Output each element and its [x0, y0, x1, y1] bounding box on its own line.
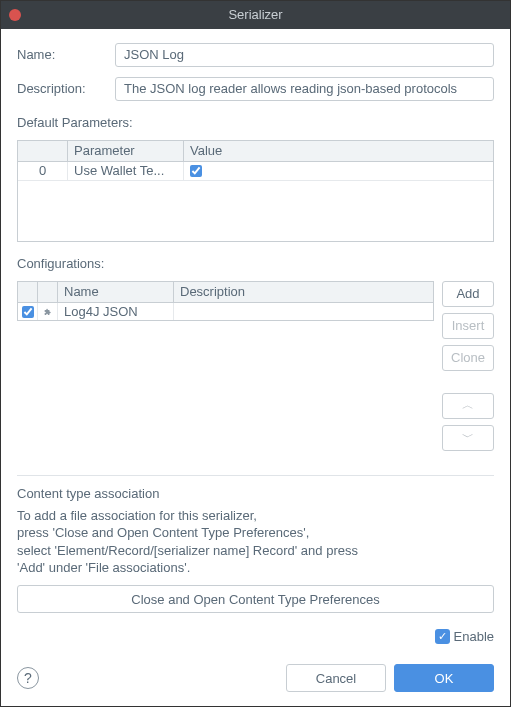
cell-check[interactable]	[18, 303, 38, 321]
ok-button[interactable]: OK	[394, 664, 494, 692]
cancel-button[interactable]: Cancel	[286, 664, 386, 692]
configs-table: Name Description Log4J JSON	[17, 281, 434, 321]
name-label: Name:	[17, 47, 107, 62]
add-button[interactable]: Add	[442, 281, 494, 307]
spacer	[442, 377, 494, 387]
col-check	[18, 282, 38, 302]
table-row[interactable]: Log4J JSON	[18, 303, 433, 321]
move-down-button[interactable]: ﹀	[442, 425, 494, 451]
col-parameter[interactable]: Parameter	[68, 141, 184, 161]
description-input[interactable]	[115, 77, 494, 101]
serializer-dialog: Serializer Name: Description: Default Pa…	[0, 0, 511, 707]
cell-desc	[174, 303, 433, 321]
enable-label: Enable	[454, 629, 494, 644]
dialog-footer: ? Cancel OK	[17, 664, 494, 692]
table-row[interactable]: 0 Use Wallet Te...	[18, 162, 493, 181]
clone-button[interactable]: Clone	[442, 345, 494, 371]
col-value[interactable]: Value	[184, 141, 493, 161]
cell-value[interactable]	[184, 162, 493, 180]
cell-parameter: Use Wallet Te...	[68, 162, 184, 180]
help-icon[interactable]: ?	[17, 667, 39, 689]
param-checkbox[interactable]	[190, 165, 202, 177]
enable-row: ✓ Enable	[17, 629, 494, 644]
col-index	[18, 141, 68, 161]
chevron-down-icon: ﹀	[462, 429, 474, 446]
cell-name: Log4J JSON	[58, 303, 174, 321]
chevron-up-icon: ︿	[462, 397, 474, 414]
content-type-association: Content type association To add a file a…	[17, 475, 494, 613]
configs-side-buttons: Add Insert Clone ︿ ﹀	[442, 281, 494, 451]
titlebar: Serializer	[1, 1, 510, 29]
configs-table-wrap: Name Description Log4J JSON	[17, 281, 434, 321]
insert-button[interactable]: Insert	[442, 313, 494, 339]
dialog-content: Name: Description: Default Parameters: P…	[1, 29, 510, 706]
config-checkbox[interactable]	[22, 306, 34, 318]
name-row: Name:	[17, 43, 494, 67]
col-name[interactable]: Name	[58, 282, 174, 302]
default-params-label: Default Parameters:	[17, 115, 494, 130]
configs-label: Configurations:	[17, 256, 494, 271]
footer-buttons: Cancel OK	[286, 664, 494, 692]
open-content-prefs-button[interactable]: Close and Open Content Type Preferences	[17, 585, 494, 613]
default-params-header: Parameter Value	[18, 141, 493, 162]
window-title: Serializer	[1, 7, 510, 22]
description-label: Description:	[17, 81, 107, 96]
description-row: Description:	[17, 77, 494, 101]
content-assoc-text: To add a file association for this seria…	[17, 507, 494, 577]
col-desc[interactable]: Description	[174, 282, 433, 302]
content-assoc-title: Content type association	[17, 486, 494, 501]
col-icon	[38, 282, 58, 302]
configs-row: Name Description Log4J JSON	[17, 281, 494, 451]
move-up-button[interactable]: ︿	[442, 393, 494, 419]
enable-checkbox[interactable]: ✓	[435, 629, 450, 644]
cell-icon	[38, 303, 58, 321]
configs-header: Name Description	[18, 282, 433, 303]
cell-index: 0	[18, 162, 68, 180]
default-params-table: Parameter Value 0 Use Wallet Te...	[17, 140, 494, 242]
name-input[interactable]	[115, 43, 494, 67]
puzzle-icon	[44, 305, 51, 319]
